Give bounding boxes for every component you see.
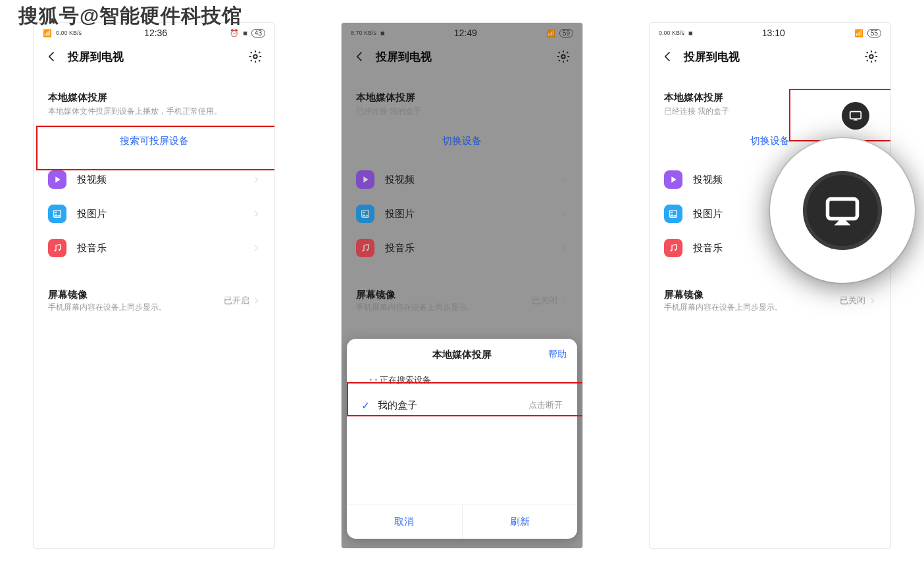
cast-image-row[interactable]: 投图片	[34, 197, 274, 231]
svg-point-3	[54, 250, 56, 252]
status-bar: 8.70 KB/s ■ 12:49 📶 59	[342, 23, 582, 39]
battery-indicator: 55	[867, 29, 881, 37]
svg-point-8	[362, 250, 364, 252]
wifi-icon: 📶	[546, 29, 555, 37]
gear-icon[interactable]	[864, 49, 879, 64]
app-header: 投屏到电视	[342, 39, 582, 74]
page-title: 投屏到电视	[684, 49, 864, 64]
chevron-right-icon	[868, 297, 876, 305]
chevron-right-icon	[252, 176, 260, 184]
switch-device-link[interactable]: 切换设备	[342, 123, 582, 159]
chevron-right-icon	[252, 297, 260, 305]
mirror-title: 屏幕镜像	[664, 289, 840, 301]
clock: 13:10	[762, 28, 785, 38]
chevron-right-icon	[252, 244, 260, 252]
phone-1: 📶 0.00 KB/s 12:36 ⏰ ■ 43 投屏到电视 本地媒体投屏 本地…	[33, 22, 275, 549]
data-rate: 0.00 KB/s	[56, 30, 82, 36]
music-icon	[664, 239, 682, 257]
three-phone-layout: 📶 0.00 KB/s 12:36 ⏰ ■ 43 投屏到电视 本地媒体投屏 本地…	[0, 0, 924, 549]
gear-icon[interactable]	[248, 49, 263, 64]
mirror-title: 屏幕镜像	[48, 289, 224, 301]
cast-music-row[interactable]: 投音乐	[34, 231, 274, 265]
cancel-button[interactable]: 取消	[347, 505, 462, 539]
camera-icon: ■	[380, 29, 385, 37]
svg-point-10	[869, 55, 873, 59]
phone-2: 8.70 KB/s ■ 12:49 📶 59 投屏到电视 本地媒体投屏 已经连接…	[341, 22, 583, 549]
app-header: 投屏到电视	[34, 39, 274, 74]
cast-music-row[interactable]: 投音乐	[342, 231, 582, 265]
magnifier-callout	[770, 138, 915, 283]
device-hint: 点击断开	[528, 399, 563, 411]
battery-indicator: 59	[559, 29, 573, 37]
cast-image-label: 投图片	[385, 208, 550, 220]
gear-icon[interactable]	[556, 49, 571, 64]
image-icon	[664, 205, 682, 223]
image-icon	[356, 205, 374, 223]
cast-image-row[interactable]: 投图片	[342, 197, 582, 231]
screen-mirror-row[interactable]: 屏幕镜像 手机屏幕内容在设备上同步显示。 已关闭	[650, 284, 890, 318]
device-name: 我的盒子	[378, 399, 528, 412]
cast-video-label: 投视频	[77, 174, 242, 186]
search-devices-link[interactable]: 搜索可投屏设备	[34, 123, 274, 159]
svg-point-13	[670, 250, 672, 252]
section-local-sub: 本地媒体文件投屏到设备上播放，手机正常使用。	[34, 107, 274, 116]
device-picker-sheet: 本地媒体投屏 帮助 • • 正在搜索设备 ✓ 我的盒子 点击断开 取消 刷新	[347, 339, 577, 539]
svg-point-12	[671, 212, 673, 214]
svg-point-9	[367, 249, 369, 251]
watermark-text: 搜狐号@智能硬件科技馆	[18, 3, 242, 30]
video-icon	[664, 170, 682, 189]
clock: 12:49	[454, 28, 477, 38]
cast-icon	[848, 109, 863, 123]
app-header: 投屏到电视	[650, 39, 890, 74]
screen-mirror-row[interactable]: 屏幕镜像 手机屏幕内容在设备上同步显示。 已关闭	[342, 284, 582, 318]
status-bar: 0.00 KB/s ■ 13:10 📶 55	[650, 23, 890, 39]
chevron-right-icon	[560, 244, 568, 252]
screen-mirror-row[interactable]: 屏幕镜像 手机屏幕内容在设备上同步显示。 已开启	[34, 284, 274, 318]
svg-rect-16	[828, 199, 858, 219]
svg-point-2	[55, 212, 57, 214]
check-icon: ✓	[361, 399, 370, 412]
data-rate: 8.70 KB/s	[351, 30, 376, 36]
back-icon[interactable]	[45, 50, 59, 63]
chevron-right-icon	[560, 176, 568, 184]
cast-badge-zoom	[803, 171, 882, 250]
video-icon	[356, 170, 374, 189]
back-icon[interactable]	[661, 50, 675, 63]
sheet-actions: 取消 刷新	[347, 505, 577, 539]
phone-3: 0.00 KB/s ■ 13:10 📶 55 投屏到电视 本地媒体投屏 已经连接…	[649, 22, 891, 549]
video-icon	[48, 170, 66, 189]
cast-music-label: 投音乐	[77, 242, 242, 255]
back-icon[interactable]	[353, 50, 367, 63]
mirror-state: 已开启	[224, 295, 249, 307]
wifi-icon: 📶	[854, 29, 863, 37]
svg-point-5	[561, 55, 565, 59]
cast-floating-badge[interactable]	[842, 102, 869, 130]
cast-video-row[interactable]: 投视频	[342, 162, 582, 197]
signal-icon: 📶	[43, 29, 52, 37]
camera-icon: ■	[688, 29, 693, 37]
refresh-button[interactable]: 刷新	[463, 505, 578, 539]
device-row[interactable]: ✓ 我的盒子 点击断开	[347, 389, 577, 422]
battery-indicator: 43	[251, 29, 265, 37]
camera-icon: ■	[243, 29, 247, 37]
section-local-media: 本地媒体投屏	[34, 74, 274, 107]
cast-icon	[823, 191, 862, 230]
mirror-title: 屏幕镜像	[356, 289, 532, 301]
alarm-icon: ⏰	[230, 29, 239, 37]
image-icon	[48, 205, 66, 223]
svg-point-14	[675, 249, 677, 251]
cast-video-label: 投视频	[385, 174, 550, 186]
page-title: 投屏到电视	[376, 49, 556, 64]
mirror-sub: 手机屏幕内容在设备上同步显示。	[48, 303, 224, 312]
chevron-right-icon	[252, 210, 260, 218]
music-icon	[48, 239, 66, 257]
chevron-right-icon	[560, 210, 568, 218]
mirror-state: 已关闭	[840, 295, 865, 307]
mirror-sub: 手机屏幕内容在设备上同步显示。	[664, 303, 840, 312]
svg-point-4	[59, 249, 61, 251]
cast-image-label: 投图片	[77, 208, 242, 220]
cast-video-row[interactable]: 投视频	[34, 162, 274, 197]
svg-point-0	[253, 55, 257, 59]
svg-point-7	[363, 212, 365, 214]
sheet-help-link[interactable]: 帮助	[548, 349, 567, 360]
